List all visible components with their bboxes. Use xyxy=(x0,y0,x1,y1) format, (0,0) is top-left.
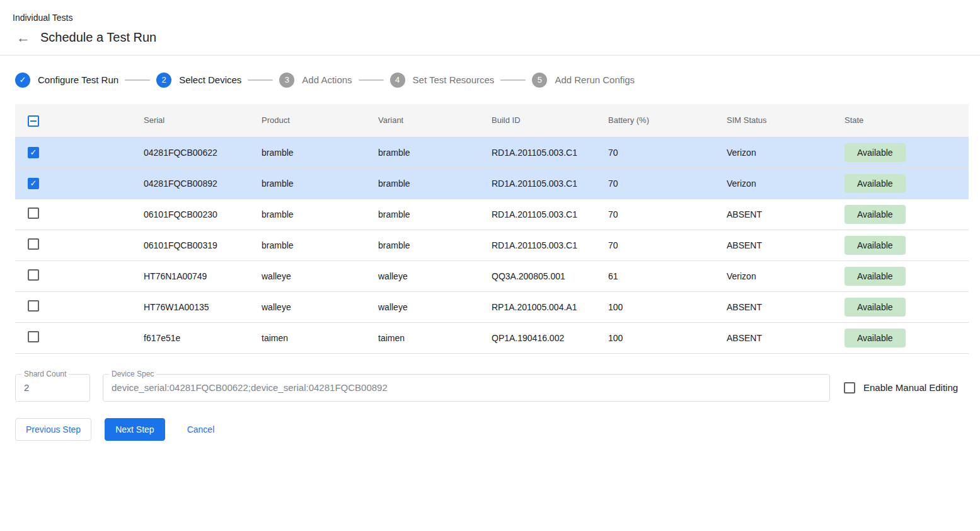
cell-serial: HT76W1A00135 xyxy=(144,291,262,322)
column-header-state: State xyxy=(845,104,969,137)
device-table-body: ✓04281FQCB00622bramblebrambleRD1A.201105… xyxy=(15,137,969,353)
cell-serial: HT76N1A00749 xyxy=(144,260,262,291)
cell-build-id: RD1A.201105.003.C1 xyxy=(492,137,608,168)
device-spec-value: device_serial:04281FQCB00622;device_seri… xyxy=(112,382,388,393)
step-label: Configure Test Run xyxy=(38,74,118,85)
cell-build-id: RP1A.201005.004.A1 xyxy=(492,291,608,322)
cell-build-id: RD1A.201105.003.C1 xyxy=(492,168,608,199)
step-connector xyxy=(125,79,150,81)
column-header-product: Product xyxy=(262,104,378,137)
cell-product: bramble xyxy=(262,137,378,168)
device-row[interactable]: HT76N1A00749walleyewalleyeQQ3A.200805.00… xyxy=(15,260,969,291)
device-row[interactable]: HT76W1A00135walleyewalleyeRP1A.201005.00… xyxy=(15,291,969,322)
cell-build-id: RD1A.201105.003.C1 xyxy=(492,230,608,260)
state-badge: Available xyxy=(845,174,906,193)
column-header-serial: Serial xyxy=(144,104,262,137)
select-all-checkbox[interactable] xyxy=(28,115,39,127)
shard-count-label: Shard Count xyxy=(21,370,69,378)
cell-variant: bramble xyxy=(378,137,492,168)
row-checkbox[interactable] xyxy=(28,207,39,219)
cell-serial: f617e51e xyxy=(144,322,262,353)
state-badge: Available xyxy=(845,329,906,347)
cell-variant: bramble xyxy=(378,168,492,199)
row-checkbox[interactable]: ✓ xyxy=(28,147,39,158)
cell-build-id: RD1A.201105.003.C1 xyxy=(492,199,608,230)
cell-battery: 61 xyxy=(608,260,727,291)
button-row: Previous Step Next Step Cancel xyxy=(15,418,969,441)
column-header-battery: Battery (%) xyxy=(608,104,727,137)
row-checkbox[interactable] xyxy=(28,331,39,342)
cell-serial: 06101FQCB00319 xyxy=(144,230,262,260)
previous-step-button[interactable]: Previous Step xyxy=(15,418,91,441)
cell-battery: 70 xyxy=(608,199,727,230)
device-row[interactable]: ✓04281FQCB00622bramblebrambleRD1A.201105… xyxy=(15,137,969,168)
schedule-test-run-page: Individual Tests ← Schedule a Test Run ✓… xyxy=(0,0,980,531)
cancel-button[interactable]: Cancel xyxy=(177,418,225,441)
device-row[interactable]: f617e51etaimentaimenQP1A.190416.002100AB… xyxy=(15,322,969,353)
page-header: Individual Tests ← Schedule a Test Run xyxy=(0,0,980,55)
enable-manual-editing-control[interactable]: Enable Manual Editing xyxy=(844,382,958,394)
step-number: 2 xyxy=(156,73,171,88)
column-header-build-id: Build ID xyxy=(492,104,608,137)
cell-sim-status: ABSENT xyxy=(727,230,845,260)
cell-product: bramble xyxy=(262,199,378,230)
cell-sim-status: ABSENT xyxy=(727,199,845,230)
cell-battery: 100 xyxy=(608,291,727,322)
cell-variant: taimen xyxy=(378,322,492,353)
device-spec-field[interactable]: Device Spec device_serial:04281FQCB00622… xyxy=(103,374,830,402)
step-number: 4 xyxy=(390,73,405,88)
next-step-button[interactable]: Next Step xyxy=(105,418,164,441)
stepper-step-3[interactable]: 3Add Actions xyxy=(279,73,352,88)
shard-count-field[interactable]: Shard Count 2 xyxy=(15,374,90,402)
row-checkbox[interactable] xyxy=(28,269,39,281)
step-label: Add Rerun Configs xyxy=(555,74,635,85)
title-row: ← Schedule a Test Run xyxy=(16,30,965,45)
device-row[interactable]: 06101FQCB00319bramblebrambleRD1A.201105.… xyxy=(15,230,969,260)
device-row[interactable]: ✓04281FQCB00892bramblebrambleRD1A.201105… xyxy=(15,168,969,199)
device-row[interactable]: 06101FQCB00230bramblebrambleRD1A.201105.… xyxy=(15,199,969,230)
cell-serial: 06101FQCB00230 xyxy=(144,199,262,230)
state-badge: Available xyxy=(845,298,906,317)
cell-sim-status: Verizon xyxy=(727,168,845,199)
column-header-sim-status: SIM Status xyxy=(727,104,845,137)
cell-variant: bramble xyxy=(378,230,492,260)
enable-manual-editing-checkbox[interactable] xyxy=(844,382,855,394)
cell-variant: bramble xyxy=(378,199,492,230)
stepper-step-1[interactable]: ✓Configure Test Run xyxy=(15,73,118,88)
cell-battery: 70 xyxy=(608,137,727,168)
stepper: ✓Configure Test Run2Select Devices3Add A… xyxy=(15,55,969,104)
step-connector xyxy=(248,79,273,81)
step-label: Set Test Resources xyxy=(413,74,495,85)
back-arrow-icon[interactable]: ← xyxy=(16,31,30,45)
state-badge: Available xyxy=(845,267,906,286)
enable-manual-editing-label: Enable Manual Editing xyxy=(863,382,958,393)
form-row: Shard Count 2 Device Spec device_serial:… xyxy=(15,374,969,402)
step-number: 5 xyxy=(532,73,547,88)
cell-battery: 70 xyxy=(608,230,727,260)
step-label: Add Actions xyxy=(302,74,352,85)
row-checkbox[interactable]: ✓ xyxy=(28,178,39,189)
state-badge: Available xyxy=(845,205,906,224)
cell-sim-status: Verizon xyxy=(727,260,845,291)
table-header-row: Serial Product Variant Build ID Battery … xyxy=(15,104,969,137)
row-checkbox[interactable] xyxy=(28,300,39,312)
cell-sim-status: Verizon xyxy=(727,137,845,168)
cell-build-id: QQ3A.200805.001 xyxy=(492,260,608,291)
step-number: 3 xyxy=(279,73,294,88)
step-check-icon: ✓ xyxy=(15,73,30,88)
page-title: Schedule a Test Run xyxy=(40,30,156,45)
cell-serial: 04281FQCB00622 xyxy=(144,137,262,168)
stepper-step-4[interactable]: 4Set Test Resources xyxy=(390,73,495,88)
main-content: ✓Configure Test Run2Select Devices3Add A… xyxy=(0,55,980,441)
stepper-step-2[interactable]: 2Select Devices xyxy=(156,73,241,88)
cell-battery: 100 xyxy=(608,322,727,353)
cell-build-id: QP1A.190416.002 xyxy=(492,322,608,353)
cell-battery: 70 xyxy=(608,168,727,199)
step-connector xyxy=(500,79,526,81)
cell-product: walleye xyxy=(262,260,378,291)
cell-variant: walleye xyxy=(378,260,492,291)
row-checkbox[interactable] xyxy=(28,238,39,250)
device-spec-label: Device Spec xyxy=(109,370,156,378)
cell-serial: 04281FQCB00892 xyxy=(144,168,262,199)
stepper-step-5[interactable]: 5Add Rerun Configs xyxy=(532,73,635,88)
